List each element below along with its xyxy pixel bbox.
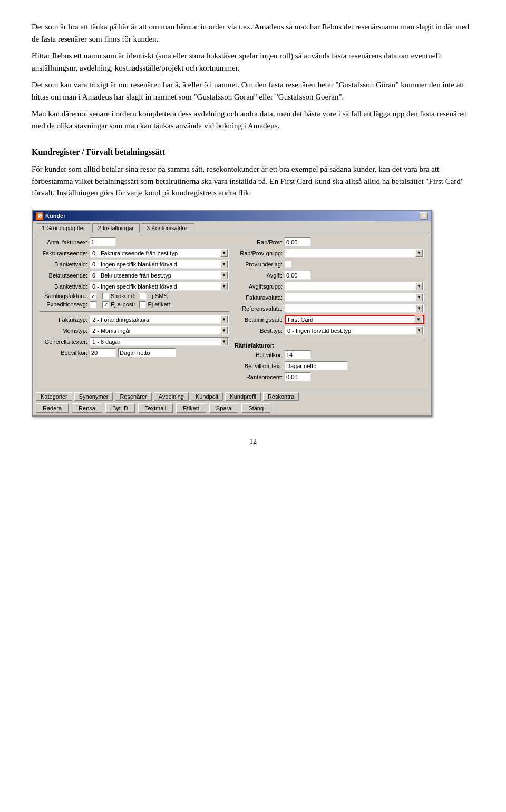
avgiftsgrupp-row: Avgiftsgrupp: ▼	[235, 282, 424, 291]
byt-id-button[interactable]: Byt ID	[105, 403, 135, 413]
ej-sms-checkbox[interactable]	[140, 293, 147, 300]
stang-button[interactable]: Stäng	[241, 403, 270, 413]
rantefaktor-bet-villkor-input[interactable]	[285, 350, 311, 359]
avgiftsgrupp-dropdown[interactable]: ▼	[285, 282, 424, 291]
rab-prov-input[interactable]	[285, 237, 311, 246]
prov-underlag-row: Prov.underlag:	[235, 260, 424, 269]
fakturavaluta-row: Fakturavaluta: ▼	[235, 293, 424, 302]
dialog-icon: 🖼	[36, 212, 43, 220]
blankettvald-2-row: Blankettvald: 0 - Ingen specifik blanket…	[40, 282, 229, 291]
referensvaluta-arrow[interactable]: ▼	[415, 304, 423, 312]
momstyp-dropdown[interactable]: 2 - Moms ingår ▼	[90, 326, 229, 335]
bekr-utseende-row: Bekr.utseende: 0 - Bekr.utseende från be…	[40, 271, 229, 280]
bottom-tab-kategorier[interactable]: Kategorier	[36, 392, 72, 401]
dialog-title: Kunder	[45, 213, 66, 219]
fakturatyp-dropdown[interactable]: 2 - Förändringstaktura ▼	[90, 315, 229, 324]
referensvaluta-label: Referensvaluta:	[235, 305, 285, 312]
betalningssatt-arrow[interactable]: ▼	[415, 315, 422, 323]
blankettvald-1-dropdown[interactable]: 0 - Ingen specifik blankett förvald ▼	[90, 260, 229, 269]
bet-villkor-text-input[interactable]	[118, 348, 176, 357]
checkboxes-row-2: Expeditionsavg: Ej e-post: Ej etikett:	[40, 301, 229, 308]
bekr-utseende-dropdown[interactable]: 0 - Bekr.utseende från best.typ ▼	[90, 271, 229, 280]
fakturautseende-row: Fakturautseende: 0 - Fakturautseende frå…	[40, 249, 229, 258]
referensvaluta-row: Referensvaluta: ▼	[235, 304, 424, 313]
bottom-tab-kundpolt[interactable]: Kundpolt	[191, 392, 223, 401]
tab-konton-saldon[interactable]: 3 Konton/saldon	[141, 223, 194, 233]
fakturavaluta-dropdown[interactable]: ▼	[285, 293, 424, 302]
best-typ-dropdown[interactable]: 0 - Ingen förvald best.typ ▼	[285, 326, 424, 335]
rantefaktor-bet-villkor-text-input[interactable]	[285, 361, 348, 370]
bekr-utseende-arrow[interactable]: ▼	[220, 271, 228, 279]
rab-prov-row: Rab/Prov:	[235, 237, 424, 247]
paragraph-1: Det som är bra att tänka på här är att o…	[32, 21, 474, 45]
rab-prov-grupp-arrow[interactable]: ▼	[415, 249, 423, 257]
dialog-right-column: Rab/Prov: Rab/Prov-grupp: ▼ Prov.underla…	[235, 237, 424, 383]
dialog-body: Antal fakturaex: Fakturautseende: 0 - Fa…	[40, 237, 424, 383]
rab-prov-label: Rab/Prov:	[235, 239, 285, 245]
rantefaktor-bet-villkor-text-row: Bet.villkor-text:	[235, 361, 424, 371]
avgift-input[interactable]	[285, 271, 311, 280]
blankettvald-2-arrow[interactable]: ▼	[220, 282, 228, 290]
tab-grunduppgifter[interactable]: 1 Grunduppgifter	[36, 223, 91, 233]
tab-installningar[interactable]: 2 Inställningar	[92, 223, 140, 233]
fakturavaluta-label: Fakturavaluta:	[235, 294, 285, 301]
blankettvald-2-dropdown[interactable]: 0 - Ingen specifik blankett förvald ▼	[90, 282, 229, 291]
bottom-tab-kundprofil[interactable]: Kundprofil	[225, 392, 261, 401]
antal-fakturaex-input[interactable]	[90, 237, 116, 246]
rab-prov-grupp-label: Rab/Prov-grupp:	[235, 250, 285, 256]
radera-button[interactable]: Radera	[36, 403, 69, 413]
fakturatyp-row: Fakturatyp: 2 - Förändringstaktura ▼	[40, 315, 229, 324]
paragraph-3: Det som kan vara trixigt är om resenären…	[32, 79, 474, 103]
samlingsfaktura-checkbox[interactable]	[90, 293, 96, 300]
generella-texter-dropdown[interactable]: 1 - 8 dagar ▼	[90, 337, 229, 346]
paragraph-2: Hittar Rebus ett namn som är identiskt (…	[32, 50, 474, 74]
bottom-tab-reskontra[interactable]: Reskontra	[263, 392, 299, 401]
ranteprocent-input[interactable]	[285, 372, 311, 381]
fakturautseende-label: Fakturautseende:	[40, 250, 90, 256]
expeditionsavg-checkbox[interactable]	[90, 301, 96, 308]
dialog-tabs: 1 Grunduppgifter 2 Inställningar 3 Konto…	[33, 221, 431, 233]
bottom-tab-resenarer[interactable]: Resenärer	[115, 392, 151, 401]
best-typ-arrow[interactable]: ▼	[415, 326, 423, 334]
section-intro-1: För kunder som alltid betalar sina resor…	[32, 163, 474, 199]
spara-button[interactable]: Spara	[209, 403, 238, 413]
referensvaluta-dropdown[interactable]: ▼	[285, 304, 424, 313]
dialog-close-button[interactable]: ✕	[420, 212, 428, 220]
ej-etikett-checkbox[interactable]	[139, 301, 146, 308]
blankettvald-2-label: Blankettvald:	[40, 283, 90, 290]
rab-prov-grupp-row: Rab/Prov-grupp: ▼	[235, 249, 424, 258]
momstyp-arrow[interactable]: ▼	[220, 326, 228, 334]
expeditionsavg-label: Expeditionsavg:	[40, 301, 90, 308]
rab-prov-grupp-dropdown[interactable]: ▼	[285, 249, 424, 258]
fakturatyp-arrow[interactable]: ▼	[220, 315, 228, 323]
rensa-button[interactable]: Rensa	[72, 403, 102, 413]
etikett-button[interactable]: Etikett	[176, 403, 206, 413]
blankettvald-1-arrow[interactable]: ▼	[220, 260, 228, 268]
bet-villkor-input[interactable]	[90, 348, 116, 357]
ranteprocent-label: Ränteprocent:	[235, 374, 285, 380]
generella-texter-row: Generella texter: 1 - 8 dagar ▼	[40, 337, 229, 346]
textmall-button[interactable]: Textmall	[138, 403, 173, 413]
fakturautseende-arrow[interactable]: ▼	[220, 249, 228, 257]
ej-epost-checkbox[interactable]	[102, 301, 109, 308]
ranteprocent-row: Ränteprocent:	[235, 372, 424, 382]
blankettvald-1-label: Blankettvald:	[40, 261, 90, 268]
fakturavaluta-arrow[interactable]: ▼	[415, 293, 423, 301]
rantefaktor-bet-villkor-text-label: Bet.villkor-text:	[235, 363, 285, 369]
betalningssatt-dropdown[interactable]: First Card ▼	[285, 315, 424, 324]
page-number: 12	[32, 438, 474, 446]
generella-texter-label: Generella texter:	[40, 339, 90, 345]
prov-underlag-label: Prov.underlag:	[235, 261, 285, 268]
dialog-titlebar: 🖼 Kunder ✕	[33, 211, 431, 221]
prov-underlag-checkbox[interactable]	[285, 261, 291, 268]
avgiftsgrupp-arrow[interactable]: ▼	[415, 282, 423, 290]
betalningssatt-label: Betalningssätt:	[235, 316, 285, 323]
avgiftsgrupp-label: Avgiftsgrupp:	[235, 283, 285, 290]
bottom-tab-synonymer[interactable]: Synonymer	[74, 392, 113, 401]
bottom-tab-avdelning[interactable]: Avdelning	[154, 392, 189, 401]
betalningssatt-row: Betalningssätt: First Card ▼	[235, 315, 424, 324]
generella-texter-arrow[interactable]: ▼	[220, 338, 228, 345]
fakturautseende-dropdown[interactable]: 0 - Fakturautseende från best.typ ▼	[90, 249, 229, 258]
best-typ-label: Best.typ:	[235, 328, 285, 334]
strokund-checkbox[interactable]	[102, 293, 109, 300]
